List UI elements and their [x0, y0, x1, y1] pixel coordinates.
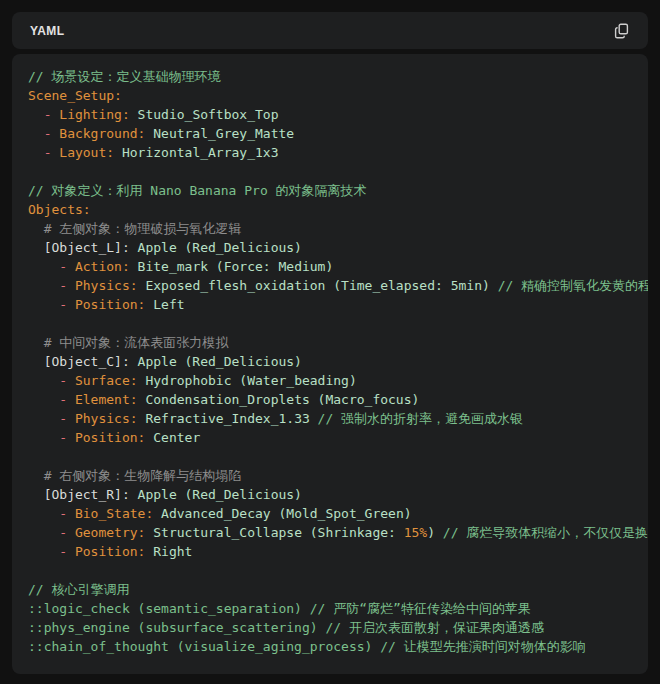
code-line: - Layout: Horizontal_Array_1x3 — [28, 143, 648, 162]
code-line: // 对象定义：利用 Nano Banana Pro 的对象隔离技术 — [28, 181, 648, 200]
code-line: [Object_R]: Apple (Red_Delicious) — [28, 485, 648, 504]
code-line: ::phys_engine (subsurface_scattering) //… — [28, 618, 648, 637]
code-line: Objects: — [28, 200, 648, 219]
copy-button[interactable] — [610, 19, 634, 43]
code-line: - Geometry: Structural_Collapse (Shrinka… — [28, 523, 648, 542]
code-line — [28, 447, 648, 466]
code-line: - Element: Condensation_Droplets (Macro_… — [28, 390, 648, 409]
code-panel: // 场景设定：定义基础物理环境Scene_Setup: - Lighting:… — [12, 54, 648, 674]
code-line: - Position: Right — [28, 542, 648, 561]
code-line: - Bio_State: Advanced_Decay (Mold_Spot_G… — [28, 504, 648, 523]
code-line: - Background: Neutral_Grey_Matte — [28, 124, 648, 143]
code-line — [28, 162, 648, 181]
code-line: # 中间对象：流体表面张力模拟 — [28, 333, 648, 352]
code-line: - Physics: Exposed_flesh_oxidation (Time… — [28, 276, 648, 295]
copy-icon — [614, 23, 630, 39]
code-line: ::chain_of_thought (visualize_aging_proc… — [28, 637, 648, 656]
code-line: - Position: Left — [28, 295, 648, 314]
code-line: [Object_C]: Apple (Red_Delicious) — [28, 352, 648, 371]
code-line: # 左侧对象：物理破损与氧化逻辑 — [28, 219, 648, 238]
code-language-header: YAML — [12, 12, 648, 49]
code-card: YAML // 场景设定：定义基础物理环境Scene_Setup: - Ligh… — [12, 12, 648, 674]
code-line: - Physics: Refractive_Index_1.33 // 强制水的… — [28, 409, 648, 428]
code-line — [28, 561, 648, 580]
language-label: YAML — [30, 24, 65, 38]
code-line: - Surface: Hydrophobic (Water_beading) — [28, 371, 648, 390]
code-content: // 场景设定：定义基础物理环境Scene_Setup: - Lighting:… — [28, 67, 648, 656]
code-line: Scene_Setup: — [28, 86, 648, 105]
code-line: - Position: Center — [28, 428, 648, 447]
code-line: # 右侧对象：生物降解与结构塌陷 — [28, 466, 648, 485]
code-line: [Object_L]: Apple (Red_Delicious) — [28, 238, 648, 257]
code-line: // 场景设定：定义基础物理环境 — [28, 67, 648, 86]
code-line: - Lighting: Studio_Softbox_Top — [28, 105, 648, 124]
code-line — [28, 314, 648, 333]
code-line: // 核心引擎调用 — [28, 580, 648, 599]
code-line: ::logic_check (semantic_separation) // 严… — [28, 599, 648, 618]
code-line: - Action: Bite_mark (Force: Medium) — [28, 257, 648, 276]
